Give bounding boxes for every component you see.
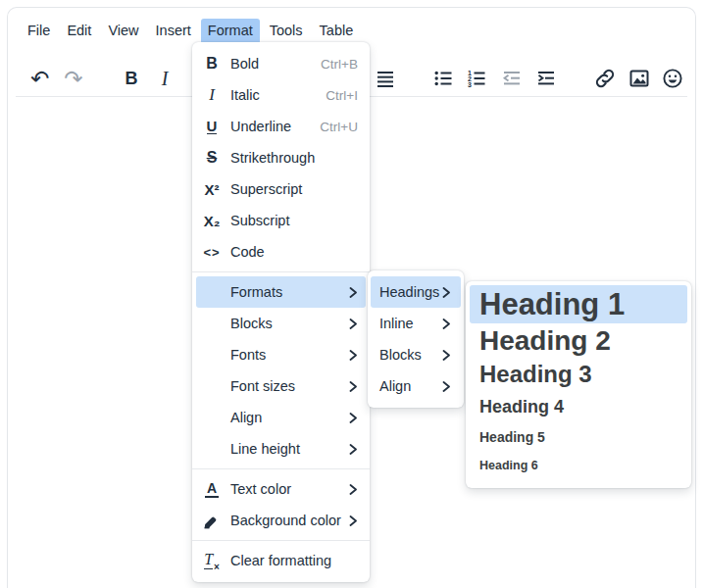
menu-item-underline[interactable]: U Underline Ctrl+U [196, 111, 366, 142]
italic-button[interactable]: I [148, 62, 181, 95]
text-color-icon: A [205, 481, 219, 498]
chevron-right-icon [442, 350, 451, 361]
menu-view[interactable]: View [101, 19, 145, 44]
menu-separator [192, 271, 370, 272]
menu-table[interactable]: Table [313, 19, 361, 44]
heading-5-item[interactable]: Heading 5 [470, 422, 687, 451]
format-menu-panel: B Bold Ctrl+B I Italic Ctrl+I U Underlin… [192, 42, 370, 582]
menu-item-fonts[interactable]: Fonts [196, 339, 366, 370]
align-justify-icon [374, 67, 397, 90]
bold-icon: B [200, 52, 224, 75]
menu-insert[interactable]: Insert [149, 19, 198, 44]
submenu-item-inline[interactable]: Inline [371, 308, 461, 339]
menu-item-strikethrough[interactable]: S Strikethrough [196, 142, 366, 173]
clear-formatting-icon: T× [200, 549, 224, 572]
menu-item-subscript[interactable]: X₂ Subscript [196, 205, 366, 236]
chevron-right-icon [349, 484, 358, 495]
indent-icon [534, 67, 558, 90]
italic-icon: I [162, 68, 169, 90]
menu-file[interactable]: File [21, 19, 57, 44]
menu-edit[interactable]: Edit [60, 19, 98, 44]
superscript-icon: X² [200, 177, 224, 201]
chevron-right-icon [349, 444, 358, 455]
menubar: File Edit View Insert Format Tools Table [21, 19, 687, 44]
menu-separator [192, 468, 370, 469]
heading-4-item[interactable]: Heading 4 [470, 390, 687, 422]
menu-separator [192, 540, 370, 541]
menu-item-text-color[interactable]: A Text color [196, 473, 366, 505]
undo-icon: ↶ [30, 66, 49, 92]
heading-2-item[interactable]: Heading 2 [470, 323, 687, 359]
chevron-right-icon [442, 287, 451, 298]
bold-button[interactable]: B [115, 62, 148, 95]
shortcut-label: Ctrl+B [321, 57, 358, 72]
outdent-icon [500, 67, 524, 90]
menu-item-blocks[interactable]: Blocks [196, 308, 366, 339]
chevron-right-icon [442, 381, 451, 392]
menu-item-code[interactable]: <> Code [196, 236, 366, 268]
menu-item-align[interactable]: Align [196, 402, 366, 433]
emoticons-icon [661, 67, 684, 90]
redo-icon: ↷ [64, 66, 82, 92]
menu-item-font-sizes[interactable]: Font sizes [196, 370, 366, 402]
indent-button[interactable] [529, 62, 563, 95]
menu-item-superscript[interactable]: X² Superscript [196, 173, 366, 205]
chevron-right-icon [349, 287, 358, 298]
align-justify-button[interactable] [369, 62, 402, 95]
link-button[interactable] [588, 62, 622, 95]
menu-item-line-height[interactable]: Line height [196, 433, 366, 465]
chevron-right-icon [349, 515, 358, 526]
chevron-right-icon [349, 350, 358, 361]
menu-item-background-color[interactable]: Background color [196, 505, 366, 536]
submenu-item-headings[interactable]: Headings [371, 276, 461, 308]
submenu-item-align[interactable]: Align [371, 370, 461, 402]
chevron-right-icon [442, 318, 451, 329]
svg-text:3: 3 [468, 81, 472, 88]
outdent-button[interactable] [495, 62, 528, 95]
insert-image-button[interactable] [623, 62, 656, 95]
bold-icon: B [126, 69, 138, 89]
headings-submenu-panel: Heading 1 Heading 2 Heading 3 Heading 4 … [466, 281, 691, 488]
menu-item-bold[interactable]: B Bold Ctrl+B [196, 48, 366, 79]
bullet-list-icon [431, 67, 455, 90]
heading-1-item[interactable]: Heading 1 [470, 285, 687, 323]
shortcut-label: Ctrl+I [326, 88, 358, 103]
menu-tools[interactable]: Tools [263, 19, 310, 44]
chevron-right-icon [349, 318, 358, 329]
code-icon: <> [200, 240, 224, 264]
formats-submenu-panel: Headings Inline Blocks Align [368, 270, 464, 408]
subscript-icon: X₂ [200, 209, 224, 232]
menu-item-formats[interactable]: Formats [196, 276, 366, 308]
underline-icon: U [207, 119, 218, 135]
insert-image-icon [628, 67, 651, 90]
numbered-list-icon: 1 2 3 [465, 67, 488, 90]
chevron-right-icon [349, 413, 358, 423]
link-icon [593, 67, 617, 90]
background-color-icon [203, 512, 221, 529]
emoticons-button[interactable] [656, 62, 689, 95]
bullet-list-button[interactable] [427, 62, 460, 95]
heading-3-item[interactable]: Heading 3 [470, 359, 687, 390]
undo-button[interactable]: ↶ [24, 62, 57, 95]
italic-icon: I [200, 83, 224, 107]
menu-item-clear-formatting[interactable]: T× Clear formatting [196, 545, 366, 576]
submenu-item-blocks[interactable]: Blocks [371, 339, 461, 370]
menu-item-italic[interactable]: I Italic Ctrl+I [196, 79, 366, 111]
numbered-list-button[interactable]: 1 2 3 [460, 62, 493, 95]
strikethrough-icon: S [200, 146, 224, 170]
chevron-right-icon [349, 381, 358, 392]
heading-6-item[interactable]: Heading 6 [470, 451, 687, 478]
shortcut-label: Ctrl+U [320, 120, 358, 134]
redo-button[interactable]: ↷ [57, 62, 90, 95]
menu-format[interactable]: Format [201, 19, 260, 44]
